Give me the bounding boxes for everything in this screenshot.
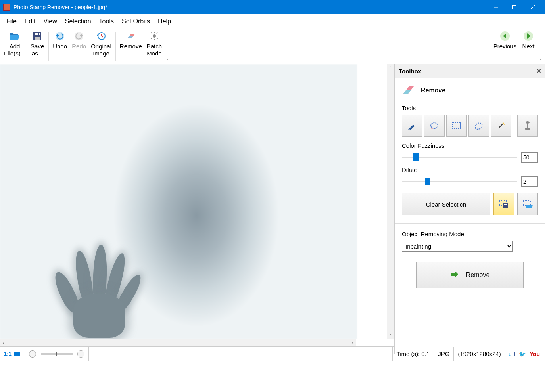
tool-rect-select[interactable] xyxy=(446,115,467,137)
svg-point-30 xyxy=(431,123,438,128)
undo-button[interactable]: Undo xyxy=(50,29,69,64)
scroll-left-icon[interactable]: ‹ xyxy=(0,341,7,345)
youtube-icon[interactable]: You xyxy=(529,350,541,358)
zoom-in-button[interactable]: + xyxy=(77,350,84,358)
menu-softorbits[interactable]: SoftOrbits xyxy=(118,16,154,27)
tool-freehand-select[interactable] xyxy=(424,115,445,137)
scroll-up-icon[interactable]: ˄ xyxy=(387,64,394,71)
history-icon xyxy=(96,31,106,41)
toolbar-overflow[interactable]: ▾ xyxy=(164,29,170,64)
menu-file[interactable]: File xyxy=(2,16,21,27)
statusbar: 1:1 − + Time (s): 0.1 JPG (1920x1280x24)… xyxy=(0,346,545,361)
svg-rect-19 xyxy=(156,38,158,39)
arrow-right-icon xyxy=(523,31,533,41)
zoom-controls: 1:1 − + xyxy=(0,347,89,361)
svg-point-36 xyxy=(504,124,505,125)
close-button[interactable] xyxy=(524,0,542,14)
svg-marker-27 xyxy=(403,90,411,94)
dilate-slider[interactable] xyxy=(402,178,517,185)
save-selection-button[interactable] xyxy=(493,193,514,215)
redo-button[interactable]: Redo xyxy=(69,29,88,64)
menu-help[interactable]: Help xyxy=(154,16,175,27)
svg-line-33 xyxy=(499,124,503,128)
horizontal-scrollbar[interactable]: ‹ › xyxy=(0,339,356,346)
mode-select[interactable]: Inpainting xyxy=(402,241,513,252)
color-fuzziness-label: Color Fuzziness xyxy=(402,142,538,149)
svg-rect-5 xyxy=(35,33,40,35)
gear-icon xyxy=(149,31,159,41)
status-dimensions: (1920x1280x24) xyxy=(454,347,505,361)
svg-rect-15 xyxy=(154,39,155,40)
svg-marker-12 xyxy=(127,36,133,38)
svg-point-39 xyxy=(526,121,530,124)
svg-rect-14 xyxy=(154,32,155,33)
image-canvas[interactable] xyxy=(0,64,387,339)
menubar: File Edit View Selection Tools SoftOrbit… xyxy=(0,14,545,29)
svg-rect-20 xyxy=(156,32,158,34)
svg-marker-29 xyxy=(408,129,410,130)
color-fuzziness-input[interactable] xyxy=(521,152,538,163)
zoom-1-1-button[interactable]: 1:1 xyxy=(4,351,12,357)
tool-color-select[interactable] xyxy=(468,115,489,137)
twitter-icon[interactable]: 🐦 xyxy=(519,351,526,357)
remove-action-button[interactable]: Remove xyxy=(416,262,524,288)
svg-point-35 xyxy=(502,122,503,122)
menu-view[interactable]: View xyxy=(39,16,61,27)
svg-rect-21 xyxy=(151,38,152,39)
image-preview xyxy=(0,64,357,339)
vertical-scrollbar[interactable]: ˄ ˅ xyxy=(387,64,394,339)
svg-rect-28 xyxy=(409,125,415,130)
facebook-icon[interactable]: f xyxy=(514,351,516,357)
save-icon xyxy=(32,31,42,41)
tools-label: Tools xyxy=(402,105,538,111)
titlebar: Photo Stamp Remover - people-1.jpg* xyxy=(0,0,545,14)
add-files-button[interactable]: AddFile(s)... xyxy=(2,29,28,64)
remove-button[interactable]: Remove xyxy=(117,29,144,64)
svg-rect-6 xyxy=(35,37,40,40)
image-content-hand xyxy=(56,235,135,338)
zoom-fit-button[interactable] xyxy=(14,352,20,356)
toolbox-panel: Toolbox × Remove Tools Color Fuzziness xyxy=(394,64,545,354)
previous-button[interactable]: Previous xyxy=(491,29,519,64)
batch-mode-button[interactable]: Batch Mode xyxy=(144,29,164,64)
save-as-button[interactable]: Saveas... xyxy=(28,29,47,64)
toolbox-close-icon[interactable]: × xyxy=(537,67,541,75)
toolbar-overflow-right[interactable]: ▾ xyxy=(538,29,543,64)
scroll-right-icon[interactable]: › xyxy=(349,341,356,345)
dilate-input[interactable] xyxy=(521,176,538,187)
color-fuzziness-slider[interactable] xyxy=(402,153,517,161)
svg-point-13 xyxy=(153,34,156,38)
dilate-label: Dilate xyxy=(402,166,538,173)
arrow-left-icon xyxy=(500,31,510,41)
menu-selection[interactable]: Selection xyxy=(61,16,95,27)
minimize-button[interactable] xyxy=(487,0,505,14)
svg-rect-37 xyxy=(525,128,530,130)
arrow-right-green-icon xyxy=(450,270,459,280)
info-icon[interactable]: i xyxy=(509,351,511,357)
svg-rect-18 xyxy=(151,32,152,34)
tool-marker[interactable] xyxy=(402,115,422,137)
status-time: Time (s): 0.1 xyxy=(393,347,434,361)
zoom-out-button[interactable]: − xyxy=(29,350,36,358)
clear-selection-button[interactable]: Clear Selection xyxy=(402,193,490,215)
redo-icon xyxy=(74,31,84,41)
scroll-down-icon[interactable]: ˅ xyxy=(387,332,394,339)
status-format: JPG xyxy=(434,347,454,361)
window-title: Photo Stamp Remover - people-1.jpg* xyxy=(13,4,487,10)
menu-edit[interactable]: Edit xyxy=(21,16,40,27)
maximize-button[interactable] xyxy=(505,0,524,14)
zoom-slider[interactable] xyxy=(41,353,73,355)
tool-magic-wand[interactable] xyxy=(491,115,511,137)
original-image-button[interactable]: Original Image xyxy=(88,29,114,64)
toolbox-title: Toolbox xyxy=(399,68,421,75)
svg-rect-17 xyxy=(157,36,159,36)
undo-icon xyxy=(55,31,65,41)
next-button[interactable]: Next xyxy=(519,29,538,64)
svg-rect-42 xyxy=(504,204,507,205)
menu-tools[interactable]: Tools xyxy=(95,16,118,27)
toolbar: AddFile(s)... Saveas... Undo Redo Origin… xyxy=(0,29,545,64)
tool-clone-stamp[interactable] xyxy=(517,115,538,137)
load-selection-button[interactable] xyxy=(517,193,538,215)
svg-rect-43 xyxy=(523,200,530,206)
svg-rect-7 xyxy=(38,33,39,35)
